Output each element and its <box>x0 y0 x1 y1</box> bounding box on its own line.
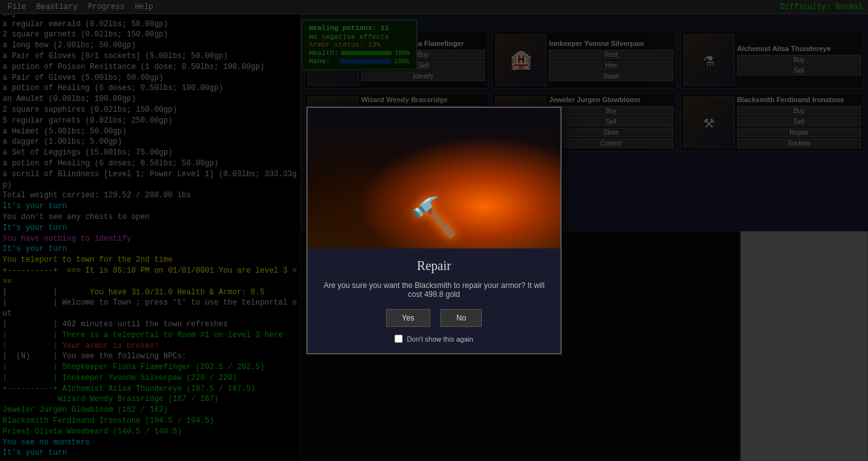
dont-show-checkbox[interactable] <box>394 335 403 343</box>
modal-text: Are you sure you want the Blacksmith to … <box>318 281 550 299</box>
modal-body: Repair Are you sure you want the Blacksm… <box>308 248 560 353</box>
blacksmith-figure: 🔨 <box>410 195 458 242</box>
modal-overlay: 🔨 Repair Are you sure you want the Black… <box>0 0 868 461</box>
modal-buttons: Yes No <box>318 309 550 327</box>
modal-no-button[interactable]: No <box>440 309 482 327</box>
modal-image: 🔨 <box>308 108 560 248</box>
modal-checkbox-row: Don't show this again <box>318 335 550 343</box>
modal-title: Repair <box>318 259 550 273</box>
modal-yes-button[interactable]: Yes <box>386 309 431 327</box>
dont-show-label: Don't show this again <box>407 335 473 343</box>
modal-dialog: 🔨 Repair Are you sure you want the Black… <box>306 107 562 354</box>
forge-scene: 🔨 <box>308 108 560 248</box>
